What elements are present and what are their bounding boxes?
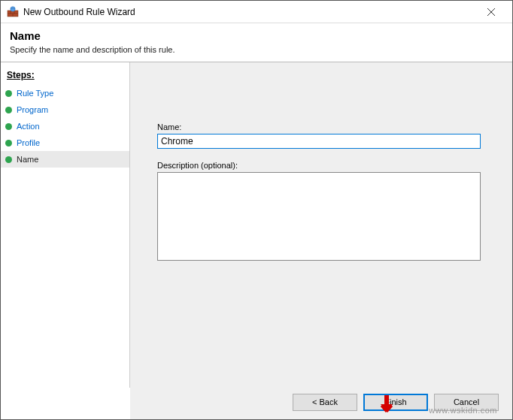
name-input[interactable] [157, 134, 481, 149]
sidebar-item-label: Rule Type [17, 89, 53, 98]
window-title: New Outbound Rule Wizard [23, 7, 476, 17]
svg-point-5 [11, 6, 15, 11]
step-bullet-icon [5, 123, 12, 130]
step-bullet-icon [5, 140, 12, 147]
sidebar-item-label: Profile [17, 138, 40, 147]
step-bullet-icon [5, 156, 12, 163]
name-label: Name: [157, 122, 485, 131]
wizard-content: Name: Description (optional): [130, 62, 512, 388]
sidebar-item-name[interactable]: Name [1, 151, 129, 168]
back-button[interactable]: < Back [293, 394, 357, 411]
description-label: Description (optional): [157, 161, 485, 170]
steps-heading: Steps: [1, 67, 129, 85]
wizard-footer: < Back Finish Cancel [130, 385, 512, 419]
sidebar-item-label: Action [17, 122, 40, 131]
sidebar-item-rule-type[interactable]: Rule Type [1, 85, 129, 101]
sidebar-item-program[interactable]: Program [1, 101, 129, 118]
step-bullet-icon [5, 90, 12, 97]
description-input[interactable] [157, 172, 481, 261]
firewall-icon [7, 6, 19, 18]
sidebar-item-profile[interactable]: Profile [1, 134, 129, 151]
finish-button[interactable]: Finish [363, 394, 428, 411]
page-title: Name [10, 29, 503, 42]
close-button[interactable] [476, 2, 506, 23]
cancel-button[interactable]: Cancel [434, 394, 499, 411]
sidebar-item-label: Program [17, 105, 48, 114]
step-bullet-icon [5, 107, 12, 113]
sidebar-item-label: Name [17, 155, 38, 164]
wizard-header: Name Specify the name and description of… [1, 23, 512, 62]
page-subtitle: Specify the name and description of this… [10, 45, 503, 54]
steps-sidebar: Steps: Rule Type Program Action Profile … [1, 62, 130, 388]
titlebar: New Outbound Rule Wizard [1, 1, 512, 23]
sidebar-item-action[interactable]: Action [1, 118, 129, 134]
